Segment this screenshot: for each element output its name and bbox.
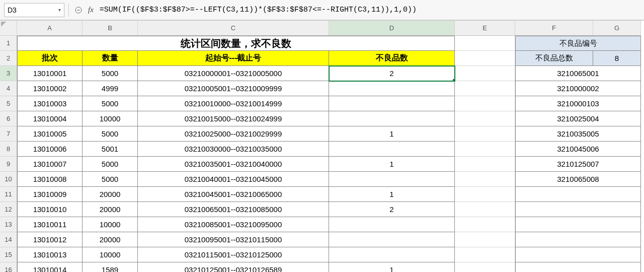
cell-B9[interactable]: 5000 xyxy=(83,157,138,172)
select-all-corner[interactable] xyxy=(0,21,17,36)
cell-D11[interactable]: 1 xyxy=(329,187,455,202)
cell-F12[interactable] xyxy=(515,202,641,217)
row-header-5[interactable]: 5 xyxy=(0,96,17,111)
cell-D5[interactable] xyxy=(329,96,455,111)
cell-A7[interactable]: 13010005 xyxy=(17,126,83,142)
cell-D16[interactable]: 1 xyxy=(329,262,455,272)
cell-E10[interactable] xyxy=(455,172,515,187)
cell-B12[interactable]: 20000 xyxy=(83,202,138,217)
cell-F5[interactable]: 3210000103 xyxy=(515,96,641,111)
cell-B6[interactable]: 10000 xyxy=(83,111,138,126)
cell-F7[interactable]: 3210035005 xyxy=(515,126,641,142)
cell-C3[interactable]: 03210000001--03210005000 xyxy=(138,66,329,81)
cell-B4[interactable]: 4999 xyxy=(83,81,138,96)
col-header-D[interactable]: D xyxy=(329,21,455,36)
row-header-15[interactable]: 15 xyxy=(0,247,17,262)
cell-D6[interactable] xyxy=(329,111,455,126)
cell-E4[interactable] xyxy=(455,81,515,96)
cell-A8[interactable]: 13010006 xyxy=(17,142,83,157)
cell-A16[interactable]: 13010014 xyxy=(17,262,83,272)
cell-A5[interactable]: 13010003 xyxy=(17,96,83,111)
chevron-down-icon[interactable]: ▾ xyxy=(58,7,61,13)
cell-E9[interactable] xyxy=(455,157,515,172)
hdr-batch[interactable]: 批次 xyxy=(17,51,83,66)
cell-E1[interactable] xyxy=(455,36,515,51)
cell-E11[interactable] xyxy=(455,187,515,202)
cell-F6[interactable]: 3210025004 xyxy=(515,111,641,126)
row-header-9[interactable]: 9 xyxy=(0,157,17,172)
cell-F13[interactable] xyxy=(515,217,641,232)
cell-F9[interactable]: 3210125007 xyxy=(515,157,641,172)
cell-B3[interactable]: 5000 xyxy=(83,66,138,81)
hdr-range[interactable]: 起始号---截止号 xyxy=(138,51,329,66)
cell-A15[interactable]: 13010013 xyxy=(17,247,83,262)
cell-F14[interactable] xyxy=(515,232,641,247)
cell-D9[interactable]: 1 xyxy=(329,157,455,172)
cell-F11[interactable] xyxy=(515,187,641,202)
cell-F8[interactable]: 3210045006 xyxy=(515,142,641,157)
cell-F3[interactable]: 3210065001 xyxy=(515,66,641,81)
cell-E14[interactable] xyxy=(455,232,515,247)
cell-C15[interactable]: 03210115001--03210125000 xyxy=(138,247,329,262)
cell-C7[interactable]: 03210025000--03210029999 xyxy=(138,126,329,142)
hdr-qty[interactable]: 数量 xyxy=(83,51,138,66)
cell-C9[interactable]: 03210035001--03210040000 xyxy=(138,157,329,172)
cell-A4[interactable]: 13010002 xyxy=(17,81,83,96)
fill-handle[interactable] xyxy=(453,79,455,81)
cell-D3[interactable]: 2 xyxy=(329,66,455,81)
cell-A3[interactable]: 13010001 xyxy=(17,66,83,81)
cell-B14[interactable]: 20000 xyxy=(83,232,138,247)
cell-A12[interactable]: 13010010 xyxy=(17,202,83,217)
cell-B8[interactable]: 5001 xyxy=(83,142,138,157)
cell-A9[interactable]: 13010007 xyxy=(17,157,83,172)
row-header-8[interactable]: 8 xyxy=(0,142,17,157)
row-header-1[interactable]: 1 xyxy=(0,36,17,51)
row-header-16[interactable]: 16 xyxy=(0,262,17,272)
row-header-3[interactable]: 3 xyxy=(0,66,17,81)
title-cell[interactable]: 统计区间数量，求不良数 xyxy=(17,36,455,51)
cell-E13[interactable] xyxy=(455,217,515,232)
cell-F16[interactable] xyxy=(515,262,641,272)
row-header-4[interactable]: 4 xyxy=(0,81,17,96)
cell-E8[interactable] xyxy=(455,142,515,157)
defect-total-label[interactable]: 不良品总数 xyxy=(515,51,593,66)
cell-E7[interactable] xyxy=(455,126,515,142)
col-header-C[interactable]: C xyxy=(138,21,329,36)
defect-total-value[interactable]: 8 xyxy=(593,51,641,66)
cell-D12[interactable]: 2 xyxy=(329,202,455,217)
cell-C14[interactable]: 03210095001--03210115000 xyxy=(138,232,329,247)
cell-C13[interactable]: 03210085001--03210095000 xyxy=(138,217,329,232)
cell-E15[interactable] xyxy=(455,247,515,262)
cell-D13[interactable] xyxy=(329,217,455,232)
cell-A14[interactable]: 13010012 xyxy=(17,232,83,247)
col-header-G[interactable]: G xyxy=(593,21,641,36)
cell-B5[interactable]: 5000 xyxy=(83,96,138,111)
cell-D15[interactable] xyxy=(329,247,455,262)
cell-D7[interactable]: 1 xyxy=(329,126,455,142)
defect-list-title[interactable]: 不良品编号 xyxy=(515,36,641,51)
cell-E5[interactable] xyxy=(455,96,515,111)
formula-input[interactable] xyxy=(98,4,640,17)
hdr-defect[interactable]: 不良品数 xyxy=(329,51,455,66)
cancel-icon[interactable] xyxy=(73,5,84,16)
cell-C4[interactable]: 03210005001--03210009999 xyxy=(138,81,329,96)
cell-A6[interactable]: 13010004 xyxy=(17,111,83,126)
row-header-12[interactable]: 12 xyxy=(0,202,17,217)
fx-icon[interactable]: fx xyxy=(88,6,94,14)
col-header-E[interactable]: E xyxy=(455,21,515,36)
col-header-B[interactable]: B xyxy=(83,21,138,36)
cell-D14[interactable] xyxy=(329,232,455,247)
spreadsheet-grid[interactable]: A B C D E F G 1 统计区间数量，求不良数 不良品编号 2 批次 数… xyxy=(0,20,644,272)
cell-C8[interactable]: 03210030000--03210035000 xyxy=(138,142,329,157)
cell-C11[interactable]: 03210045001--03210065000 xyxy=(138,187,329,202)
cell-C12[interactable]: 03210065001--03210085000 xyxy=(138,202,329,217)
cell-E2[interactable] xyxy=(455,51,515,66)
row-header-10[interactable]: 10 xyxy=(0,172,17,187)
cell-B13[interactable]: 10000 xyxy=(83,217,138,232)
name-box[interactable]: D3 ▾ xyxy=(4,3,64,17)
cell-C5[interactable]: 03210010000--03210014999 xyxy=(138,96,329,111)
cell-F10[interactable]: 3210065008 xyxy=(515,172,641,187)
cell-B7[interactable]: 5000 xyxy=(83,126,138,142)
cell-B10[interactable]: 5000 xyxy=(83,172,138,187)
row-header-14[interactable]: 14 xyxy=(0,232,17,247)
